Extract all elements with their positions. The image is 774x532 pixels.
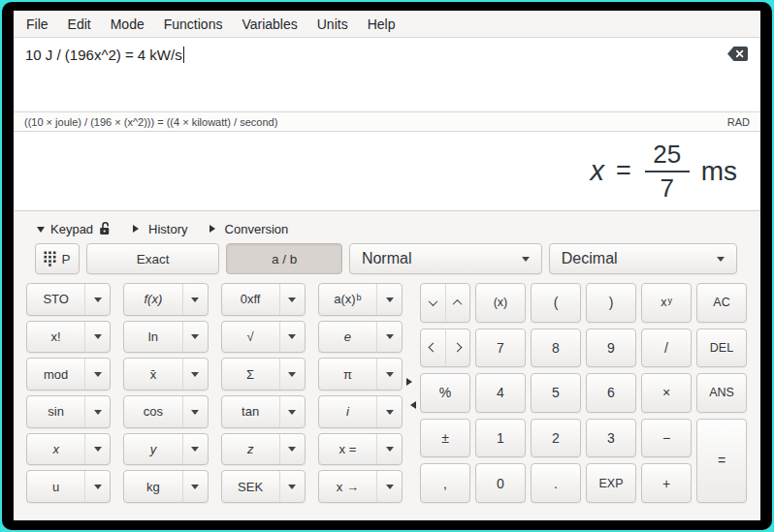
page-next-arrow[interactable] [406, 378, 416, 386]
display-mode-dropdown[interactable]: Normal [349, 243, 542, 274]
dropdown-arrow[interactable] [279, 471, 305, 502]
dropdown-arrow[interactable] [376, 434, 402, 465]
expression-input[interactable]: 10 J / (196x^2) = 4 kW/s [14, 38, 760, 111]
dropdown-arrow[interactable] [279, 359, 305, 390]
dropdown-arrow[interactable] [182, 434, 208, 465]
menu-item-functions[interactable]: Functions [154, 13, 233, 36]
page-prev-arrow[interactable] [406, 401, 416, 409]
key-mod[interactable]: mod [26, 358, 111, 391]
dropdown-arrow[interactable] [376, 396, 402, 427]
dropdown-arrow[interactable] [84, 471, 110, 502]
dropdown-arrow[interactable] [182, 284, 208, 315]
open-lock-icon[interactable] [99, 222, 112, 235]
key-pi[interactable]: π [318, 358, 403, 391]
menu-item-edit[interactable]: Edit [58, 13, 101, 36]
scroll-down-button[interactable] [421, 284, 445, 322]
scroll-up-button[interactable] [445, 284, 470, 322]
number-base-dropdown[interactable]: Decimal [549, 243, 737, 274]
key-exp[interactable]: EXP [586, 463, 636, 503]
cursor-left-button[interactable] [421, 329, 445, 367]
key-6[interactable]: 6 [586, 373, 636, 413]
key-mean[interactable]: x̄ [123, 358, 208, 391]
conversion-expander[interactable]: Conversion [208, 222, 289, 236]
key-sqrt[interactable]: √ [221, 321, 306, 354]
key-x[interactable]: x [26, 433, 111, 466]
key-cos[interactable]: cos [123, 395, 208, 428]
dropdown-arrow[interactable] [279, 284, 305, 315]
key-del[interactable]: DEL [696, 329, 747, 368]
key-plus[interactable]: + [641, 463, 692, 503]
key-ln[interactable]: ln [123, 321, 208, 354]
key-9[interactable]: 9 [586, 329, 636, 368]
key-7[interactable]: 7 [475, 329, 526, 368]
dropdown-arrow[interactable] [84, 396, 110, 427]
key-sum[interactable]: Σ [221, 358, 306, 391]
key-sek[interactable]: SEK [221, 470, 306, 503]
key-x-to[interactable]: x → [318, 470, 403, 503]
key-3[interactable]: 3 [586, 419, 636, 458]
clear-input-button[interactable] [726, 46, 748, 61]
key-i[interactable]: i [318, 395, 403, 428]
dropdown-arrow[interactable] [376, 284, 402, 315]
dropdown-arrow[interactable] [182, 396, 208, 427]
dropdown-arrow[interactable] [279, 396, 305, 427]
keypad-page-button[interactable]: P [35, 243, 80, 274]
dropdown-arrow[interactable] [376, 322, 402, 353]
dropdown-arrow[interactable] [84, 322, 110, 353]
key-x-equals[interactable]: x = [318, 433, 403, 466]
key-y[interactable]: y [123, 433, 208, 466]
dropdown-arrow[interactable] [182, 359, 208, 390]
key-equals[interactable]: = [696, 419, 747, 503]
key-x-power-y[interactable]: xy [641, 283, 692, 323]
fraction-toggle[interactable]: a / b [226, 243, 342, 274]
dropdown-arrow[interactable] [376, 471, 402, 502]
keypad-expander[interactable]: Keypad [37, 221, 112, 236]
dropdown-arrow[interactable] [182, 322, 208, 353]
key-ans[interactable]: ANS [696, 373, 747, 413]
key-close-paren[interactable]: ) [586, 283, 636, 323]
menu-item-variables[interactable]: Variables [232, 13, 306, 36]
key-decimal-point[interactable]: . [531, 463, 581, 503]
key-0xff[interactable]: 0xff [221, 283, 306, 316]
key-2[interactable]: 2 [531, 419, 581, 458]
expression-text[interactable]: 10 J / (196x^2) = 4 kW/s [25, 47, 184, 63]
key-open-paren[interactable]: ( [531, 283, 581, 323]
key-sto[interactable]: STO [26, 283, 111, 316]
key-u[interactable]: u [26, 470, 111, 503]
key-z[interactable]: z [221, 433, 306, 466]
dropdown-arrow[interactable] [84, 359, 110, 390]
dropdown-arrow[interactable] [182, 471, 208, 502]
menu-item-units[interactable]: Units [307, 13, 358, 36]
exact-toggle[interactable]: Exact [86, 243, 219, 274]
dropdown-arrow[interactable] [84, 434, 110, 465]
key-sin[interactable]: sin [26, 395, 111, 428]
key-e[interactable]: e [318, 321, 403, 354]
key-scroll-buttons[interactable] [420, 283, 470, 323]
key-ac[interactable]: AC [696, 283, 747, 323]
history-expander[interactable]: History [131, 222, 187, 236]
dropdown-arrow[interactable] [376, 359, 402, 390]
menu-item-file[interactable]: File [16, 13, 58, 36]
dropdown-arrow[interactable] [279, 322, 305, 353]
key-kg[interactable]: kg [123, 470, 208, 503]
key-f-x[interactable]: f(x) [123, 283, 208, 316]
key-minus[interactable]: − [641, 419, 692, 458]
cursor-right-button[interactable] [445, 329, 470, 367]
key-divide[interactable]: / [641, 329, 692, 368]
key-a-x-power-b[interactable]: a(x)b [318, 283, 403, 316]
key-factorial[interactable]: x! [26, 321, 111, 354]
dropdown-arrow[interactable] [84, 284, 110, 315]
key-0[interactable]: 0 [475, 463, 526, 503]
menu-item-mode[interactable]: Mode [101, 13, 154, 36]
key-5[interactable]: 5 [531, 373, 581, 413]
key-1[interactable]: 1 [475, 419, 526, 458]
key-percent[interactable]: % [420, 373, 470, 413]
dropdown-arrow[interactable] [279, 434, 305, 465]
key-plus-minus[interactable]: ± [420, 419, 470, 458]
key-multiply[interactable]: × [641, 373, 692, 413]
key-8[interactable]: 8 [531, 329, 581, 368]
key-tan[interactable]: tan [221, 395, 306, 428]
key-smart-parentheses[interactable]: (x) [475, 283, 526, 323]
key-4[interactable]: 4 [475, 373, 526, 413]
menu-item-help[interactable]: Help [358, 13, 405, 36]
